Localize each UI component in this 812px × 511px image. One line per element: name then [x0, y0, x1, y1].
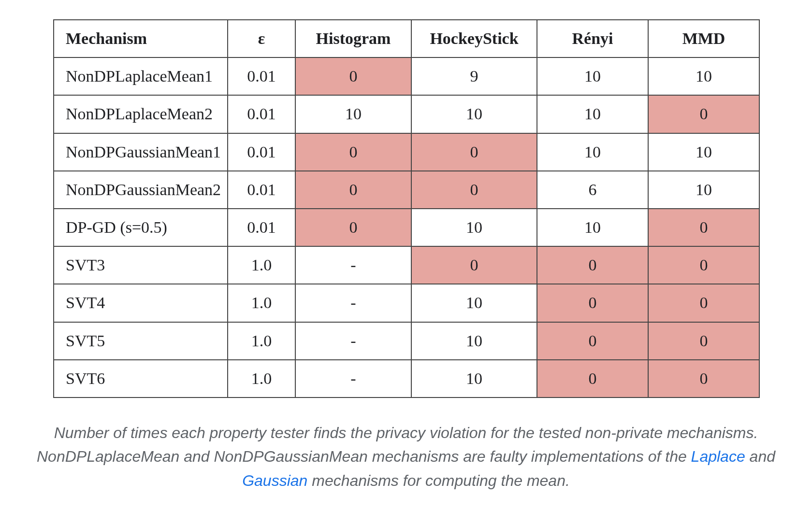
- cell-value: 0: [648, 322, 759, 360]
- cell-mechanism: DP-GD (s=0.5): [54, 209, 228, 246]
- cell-value: -: [295, 322, 411, 360]
- cell-value: 0: [537, 322, 648, 360]
- link-gaussian[interactable]: Gaussian: [242, 472, 307, 489]
- cell-value: -: [295, 360, 411, 397]
- cell-epsilon: 0.01: [228, 57, 295, 95]
- cell-value: 0: [295, 209, 411, 246]
- cell-value: 0: [648, 95, 759, 133]
- cell-value: -: [295, 284, 411, 322]
- cell-value: 10: [295, 95, 411, 133]
- cell-mechanism: SVT4: [54, 284, 228, 322]
- cell-epsilon: 0.01: [228, 171, 295, 209]
- cell-value: 10: [411, 322, 537, 360]
- table-body: NonDPLaplaceMean10.01091010NonDPLaplaceM…: [54, 57, 759, 397]
- cell-value: 9: [411, 57, 537, 95]
- cell-value: 10: [411, 360, 537, 397]
- cell-epsilon: 1.0: [228, 360, 295, 397]
- table-row: NonDPLaplaceMean10.01091010: [54, 57, 759, 95]
- cell-value: 0: [537, 246, 648, 284]
- cell-mechanism: NonDPGaussianMean2: [54, 171, 228, 209]
- col-histogram: Histogram: [295, 20, 411, 57]
- cell-value: 10: [411, 95, 537, 133]
- cell-value: 0: [537, 360, 648, 397]
- cell-value: -: [295, 246, 411, 284]
- table-row: SVT61.0-1000: [54, 360, 759, 397]
- link-laplace[interactable]: Laplace: [691, 448, 745, 465]
- caption-text: and: [745, 448, 775, 465]
- cell-epsilon: 1.0: [228, 322, 295, 360]
- cell-mechanism: SVT3: [54, 246, 228, 284]
- table-row: NonDPGaussianMean10.01001010: [54, 133, 759, 171]
- cell-value: 0: [648, 284, 759, 322]
- cell-value: 10: [537, 133, 648, 171]
- col-renyi: Rényi: [537, 20, 648, 57]
- cell-mechanism: SVT5: [54, 322, 228, 360]
- cell-value: 0: [648, 246, 759, 284]
- col-mechanism: Mechanism: [54, 20, 228, 57]
- col-mmd: MMD: [648, 20, 759, 57]
- cell-value: 0: [295, 57, 411, 95]
- table-caption: Number of times each property tester fin…: [29, 421, 783, 493]
- table-row: NonDPLaplaceMean20.011010100: [54, 95, 759, 133]
- table-row: NonDPGaussianMean20.0100610: [54, 171, 759, 209]
- cell-value: 0: [295, 133, 411, 171]
- cell-value: 10: [537, 95, 648, 133]
- table-row: SVT31.0-000: [54, 246, 759, 284]
- cell-epsilon: 1.0: [228, 284, 295, 322]
- col-epsilon: ε: [228, 20, 295, 57]
- cell-epsilon: 0.01: [228, 209, 295, 246]
- cell-epsilon: 1.0: [228, 246, 295, 284]
- table-row: DP-GD (s=0.5)0.01010100: [54, 209, 759, 246]
- cell-mechanism: SVT6: [54, 360, 228, 397]
- table-row: SVT51.0-1000: [54, 322, 759, 360]
- table-header-row: Mechanism ε Histogram HockeyStick Rényi …: [54, 20, 759, 57]
- cell-value: 0: [411, 246, 537, 284]
- cell-value: 10: [648, 57, 759, 95]
- cell-value: 6: [537, 171, 648, 209]
- cell-value: 0: [411, 133, 537, 171]
- col-hockeystick: HockeyStick: [411, 20, 537, 57]
- cell-value: 10: [411, 209, 537, 246]
- cell-value: 10: [648, 133, 759, 171]
- cell-value: 10: [537, 209, 648, 246]
- cell-mechanism: NonDPLaplaceMean2: [54, 95, 228, 133]
- table-row: SVT41.0-1000: [54, 284, 759, 322]
- cell-mechanism: NonDPLaplaceMean1: [54, 57, 228, 95]
- caption-text: mechanisms for computing the mean.: [307, 472, 569, 489]
- cell-mechanism: NonDPGaussianMean1: [54, 133, 228, 171]
- cell-value: 10: [411, 284, 537, 322]
- caption-text: Number of times each property tester fin…: [37, 424, 758, 466]
- cell-value: 0: [648, 360, 759, 397]
- cell-epsilon: 0.01: [228, 95, 295, 133]
- cell-value: 0: [411, 171, 537, 209]
- cell-value: 0: [537, 284, 648, 322]
- cell-value: 0: [295, 171, 411, 209]
- cell-value: 10: [537, 57, 648, 95]
- cell-value: 0: [648, 209, 759, 246]
- cell-value: 10: [648, 171, 759, 209]
- cell-epsilon: 0.01: [228, 133, 295, 171]
- results-table: Mechanism ε Histogram HockeyStick Rényi …: [53, 19, 760, 398]
- results-table-container: Mechanism ε Histogram HockeyStick Rényi …: [53, 19, 759, 398]
